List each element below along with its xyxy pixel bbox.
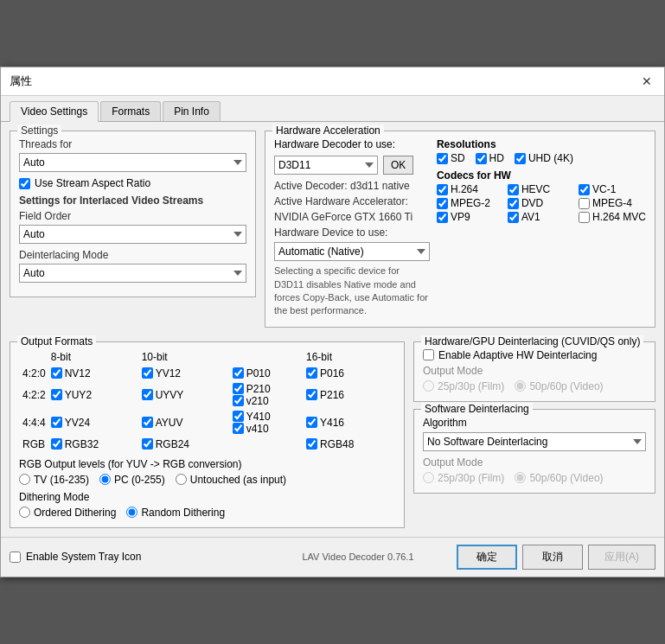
field-order-select[interactable]: Auto [19, 225, 246, 244]
sw-radio-video-input[interactable] [515, 472, 526, 483]
deinterlacing-mode-select[interactable]: Auto [19, 264, 246, 283]
enable-adaptive-label: Enable Adaptive HW Deinterlacing [438, 349, 597, 361]
codec-h264-checkbox[interactable] [437, 184, 448, 195]
close-button[interactable]: ✕ [638, 73, 655, 90]
radio-pc-input[interactable] [99, 474, 111, 485]
codec-av1: AV1 [508, 211, 575, 223]
apply-button[interactable]: 应用(A) [588, 545, 655, 570]
top-section: Settings Threads for Auto Use Stream Asp… [10, 131, 655, 335]
right-panel: Hardware Acceleration Hardware Decoder t… [265, 131, 655, 335]
res-sd: SD [437, 152, 465, 164]
table-row: 4:2:0 NV12 YV12 P010 P016 [21, 367, 393, 380]
fmt-v410-checkbox[interactable] [233, 423, 244, 434]
fmt-yuy2-checkbox[interactable] [51, 389, 62, 400]
footer: Enable System Tray Icon LAV Video Decode… [1, 537, 664, 577]
algorithm-label: Algorithm [423, 417, 646, 429]
radio-untouched: Untouched (as input) [176, 474, 286, 486]
dithering-radios: Ordered Dithering Random Dithering [19, 507, 395, 519]
codec-h264mvc-checkbox[interactable] [579, 212, 590, 223]
main-content: Settings Threads for Auto Use Stream Asp… [1, 122, 664, 537]
radio-tv-input[interactable] [19, 474, 30, 485]
device-select[interactable]: Automatic (Native) [274, 242, 430, 261]
confirm-button[interactable]: 确定 [457, 545, 517, 570]
sw-radio-film: 25p/30p (Film) [423, 472, 504, 484]
codec-mpeg2: MPEG-2 [437, 197, 504, 209]
fmt-yv24-checkbox[interactable] [51, 417, 62, 428]
hw-decoder-row: Hardware Decoder to use: [274, 138, 430, 150]
title-bar: 属性 ✕ [1, 67, 664, 96]
col-10bit-header: 10-bit [140, 351, 303, 365]
fmt-y410-checkbox[interactable] [233, 411, 244, 422]
hw-radio-video-input[interactable] [515, 380, 526, 392]
stream-aspect-row: Use Stream Aspect Ratio [19, 177, 246, 189]
output-formats-group: Output Formats 8-bit 10-bit 16-bit [10, 341, 405, 528]
fmt-rgb48-checkbox[interactable] [306, 438, 317, 450]
resolutions-row: SD HD UHD (4K) [437, 152, 646, 164]
fmt-rgb32-checkbox[interactable] [51, 438, 62, 450]
output-formats-label: Output Formats [17, 335, 96, 348]
radio-untouched-input[interactable] [176, 474, 187, 485]
codec-mpeg2-checkbox[interactable] [437, 198, 448, 209]
deinterlacing-panel: Hardware/GPU Deinterlacing (CUVID/QS onl… [413, 341, 655, 528]
dithering-section: Dithering Mode Ordered Dithering Random … [19, 491, 395, 519]
fmt-p010-checkbox[interactable] [233, 367, 244, 379]
fmt-yv12-checkbox[interactable] [142, 367, 153, 379]
enable-tray-checkbox[interactable] [10, 552, 21, 563]
fmt-uyvy-checkbox[interactable] [142, 389, 153, 400]
tab-formats[interactable]: Formats [100, 101, 161, 121]
enable-adaptive-row: Enable Adaptive HW Deinterlacing [423, 349, 646, 361]
device-select-row: Automatic (Native) [274, 242, 430, 261]
hw-radio-film-input[interactable] [423, 380, 434, 392]
tab-pin-info[interactable]: Pin Info [163, 101, 221, 121]
decoder-select-row: D3D11 OK [274, 156, 430, 175]
rgb-output-radios: TV (16-235) PC (0-255) Untouched (as inp… [19, 474, 395, 486]
rgb-output-section: RGB Output levels (for YUV -> RGB conver… [19, 458, 395, 486]
fmt-v210-checkbox[interactable] [233, 395, 244, 406]
res-hd-checkbox[interactable] [476, 153, 487, 164]
stream-aspect-checkbox[interactable] [19, 178, 30, 189]
codec-vp9-checkbox[interactable] [437, 212, 448, 223]
sw-deinterlacing-group: Software Deinterlacing Algorithm No Soft… [413, 409, 655, 494]
decoder-label: Hardware Decoder to use: [274, 138, 395, 150]
fmt-y416-checkbox[interactable] [306, 417, 317, 428]
cancel-button[interactable]: 取消 [522, 545, 583, 570]
codec-vc1-checkbox[interactable] [579, 184, 590, 195]
codecs-hw-section: Codecs for HW H.264 HEVC [437, 169, 646, 223]
fmt-p016-checkbox[interactable] [306, 367, 317, 379]
codec-h264: H.264 [437, 183, 504, 195]
res-sd-checkbox[interactable] [437, 153, 448, 164]
res-uhd-checkbox[interactable] [515, 153, 526, 164]
active-hw-label: Active Hardware Accelerator: [274, 195, 430, 207]
fmt-nv12-checkbox[interactable] [51, 367, 62, 379]
enable-adaptive-checkbox[interactable] [423, 349, 434, 360]
fmt-p216-checkbox[interactable] [306, 389, 317, 400]
radio-tv: TV (16-235) [19, 474, 89, 486]
hw-deinterlacing-group: Hardware/GPU Deinterlacing (CUVID/QS onl… [413, 341, 655, 402]
codec-av1-checkbox[interactable] [508, 212, 519, 223]
fmt-p210-checkbox[interactable] [233, 383, 244, 394]
decoder-ok-button[interactable]: OK [383, 156, 413, 175]
codec-hevc-checkbox[interactable] [508, 184, 519, 195]
table-row: 4:4:4 YV24 AYUV Y410 v410 Y416 [21, 410, 393, 436]
radio-random: Random Dithering [126, 507, 225, 519]
res-uhd: UHD (4K) [515, 152, 573, 164]
decoder-select[interactable]: D3D11 [274, 156, 378, 175]
table-row: RGB RGB32 RGB24 RGB48 [21, 437, 393, 451]
hw-deint-label: Hardware/GPU Deinterlacing (CUVID/QS onl… [421, 335, 643, 348]
radio-ordered-input[interactable] [19, 507, 30, 518]
fmt-rgb24-checkbox[interactable] [142, 438, 153, 450]
codec-vp9: VP9 [437, 211, 504, 223]
hw-output-mode-radios: 25p/30p (Film) 50p/60p (Video) [423, 380, 646, 392]
threads-select[interactable]: Auto [19, 153, 246, 172]
codec-mpeg4-checkbox[interactable] [579, 198, 590, 209]
bottom-section: Output Formats 8-bit 10-bit 16-bit [10, 341, 655, 528]
tab-bar: Video Settings Formats Pin Info [1, 96, 664, 122]
codec-mpeg4: MPEG-4 [579, 197, 646, 209]
tab-video-settings[interactable]: Video Settings [10, 101, 99, 122]
fmt-ayuv-checkbox[interactable] [142, 417, 153, 428]
codec-dvd-checkbox[interactable] [508, 198, 519, 209]
sw-radio-film-input[interactable] [423, 472, 434, 483]
algorithm-select[interactable]: No Software Deinterlacing [423, 432, 646, 451]
active-hw-value: NVIDIA GeForce GTX 1660 Ti [274, 211, 430, 223]
radio-random-input[interactable] [126, 507, 137, 518]
